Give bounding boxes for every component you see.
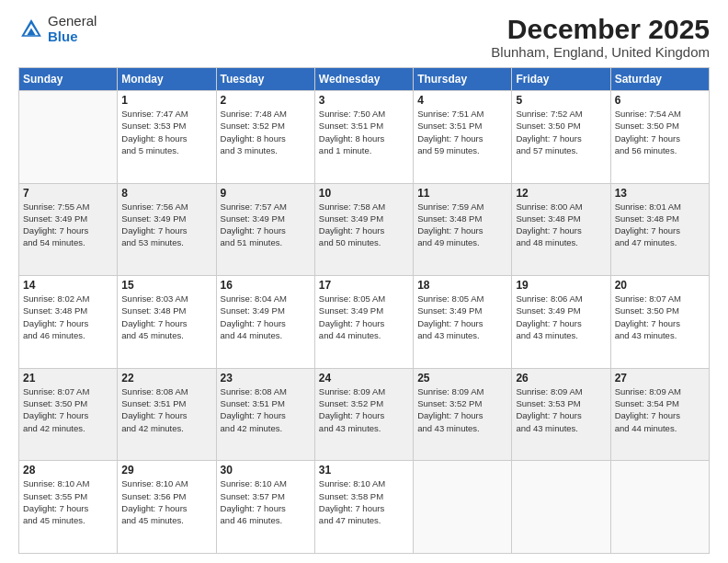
day-number: 3 — [319, 94, 409, 107]
day-info: Sunrise: 8:09 AM Sunset: 3:52 PM Dayligh… — [417, 385, 507, 434]
day-number: 12 — [516, 187, 606, 200]
table-row: 20Sunrise: 8:07 AM Sunset: 3:50 PM Dayli… — [610, 276, 709, 369]
day-info: Sunrise: 7:56 AM Sunset: 3:49 PM Dayligh… — [121, 201, 211, 249]
calendar-row: 7Sunrise: 7:55 AM Sunset: 3:49 PM Daylig… — [19, 183, 710, 276]
day-number: 5 — [516, 94, 606, 107]
day-number: 30 — [221, 464, 311, 477]
col-monday: Monday — [118, 68, 216, 91]
logo-icon — [18, 17, 44, 42]
day-number: 7 — [23, 187, 113, 200]
day-info: Sunrise: 8:09 AM Sunset: 3:52 PM Dayligh… — [319, 385, 409, 434]
day-info: Sunrise: 8:08 AM Sunset: 3:51 PM Dayligh… — [121, 385, 211, 434]
calendar-table: Sunday Monday Tuesday Wednesday Thursday… — [18, 67, 710, 554]
location: Blunham, England, United Kingdom — [491, 44, 710, 60]
day-number: 27 — [615, 372, 705, 385]
day-info: Sunrise: 8:08 AM Sunset: 3:51 PM Dayligh… — [221, 385, 311, 434]
title-block: December 2025 Blunham, England, United K… — [491, 14, 710, 60]
table-row: 10Sunrise: 7:58 AM Sunset: 3:49 PM Dayli… — [314, 183, 413, 276]
day-number: 18 — [417, 279, 507, 292]
day-number: 20 — [615, 279, 705, 292]
table-row: 25Sunrise: 8:09 AM Sunset: 3:52 PM Dayli… — [414, 368, 512, 461]
day-number: 23 — [221, 372, 311, 385]
calendar-row: 28Sunrise: 8:10 AM Sunset: 3:55 PM Dayli… — [19, 461, 710, 554]
day-number: 25 — [417, 372, 507, 385]
table-row: 15Sunrise: 8:03 AM Sunset: 3:48 PM Dayli… — [118, 276, 216, 369]
col-wednesday: Wednesday — [314, 68, 413, 91]
table-row: 11Sunrise: 7:59 AM Sunset: 3:48 PM Dayli… — [414, 183, 512, 276]
day-number: 21 — [23, 372, 113, 385]
col-friday: Friday — [512, 68, 610, 91]
table-row: 12Sunrise: 8:00 AM Sunset: 3:48 PM Dayli… — [512, 183, 610, 276]
day-info: Sunrise: 7:55 AM Sunset: 3:49 PM Dayligh… — [23, 201, 113, 249]
day-number: 11 — [417, 187, 507, 200]
day-info: Sunrise: 7:50 AM Sunset: 3:51 PM Dayligh… — [319, 108, 409, 156]
day-number: 8 — [121, 187, 211, 200]
table-row: 27Sunrise: 8:09 AM Sunset: 3:54 PM Dayli… — [610, 368, 709, 461]
day-info: Sunrise: 7:57 AM Sunset: 3:49 PM Dayligh… — [221, 201, 311, 249]
day-info: Sunrise: 8:09 AM Sunset: 3:54 PM Dayligh… — [615, 385, 705, 434]
day-info: Sunrise: 8:10 AM Sunset: 3:58 PM Dayligh… — [319, 477, 409, 526]
day-info: Sunrise: 7:47 AM Sunset: 3:53 PM Dayligh… — [121, 108, 211, 156]
day-number: 28 — [23, 464, 113, 477]
day-number: 1 — [121, 94, 211, 107]
table-row: 31Sunrise: 8:10 AM Sunset: 3:58 PM Dayli… — [314, 461, 413, 554]
day-info: Sunrise: 7:59 AM Sunset: 3:48 PM Dayligh… — [417, 201, 507, 249]
day-info: Sunrise: 8:05 AM Sunset: 3:49 PM Dayligh… — [319, 293, 409, 341]
day-info: Sunrise: 8:07 AM Sunset: 3:50 PM Dayligh… — [23, 385, 113, 434]
day-info: Sunrise: 8:05 AM Sunset: 3:49 PM Dayligh… — [417, 293, 507, 341]
table-row: 3Sunrise: 7:50 AM Sunset: 3:51 PM Daylig… — [314, 91, 413, 184]
day-number: 19 — [516, 279, 606, 292]
day-number: 4 — [417, 94, 507, 107]
col-tuesday: Tuesday — [216, 68, 314, 91]
col-sunday: Sunday — [19, 68, 118, 91]
table-row: 4Sunrise: 7:51 AM Sunset: 3:51 PM Daylig… — [414, 91, 512, 184]
day-info: Sunrise: 8:01 AM Sunset: 3:48 PM Dayligh… — [615, 201, 705, 249]
day-info: Sunrise: 8:07 AM Sunset: 3:50 PM Dayligh… — [615, 293, 705, 341]
day-number: 29 — [121, 464, 211, 477]
logo-text: General Blue — [48, 14, 97, 44]
table-row: 23Sunrise: 8:08 AM Sunset: 3:51 PM Dayli… — [216, 368, 314, 461]
table-row: 28Sunrise: 8:10 AM Sunset: 3:55 PM Dayli… — [19, 461, 118, 554]
table-row: 6Sunrise: 7:54 AM Sunset: 3:50 PM Daylig… — [610, 91, 709, 184]
day-info: Sunrise: 8:06 AM Sunset: 3:49 PM Dayligh… — [516, 293, 606, 341]
table-row: 30Sunrise: 8:10 AM Sunset: 3:57 PM Dayli… — [216, 461, 314, 554]
day-info: Sunrise: 7:52 AM Sunset: 3:50 PM Dayligh… — [516, 108, 606, 156]
table-row: 14Sunrise: 8:02 AM Sunset: 3:48 PM Dayli… — [19, 276, 118, 369]
day-number: 9 — [221, 187, 311, 200]
day-info: Sunrise: 8:03 AM Sunset: 3:48 PM Dayligh… — [121, 293, 211, 341]
day-info: Sunrise: 8:04 AM Sunset: 3:49 PM Dayligh… — [221, 293, 311, 341]
day-info: Sunrise: 7:48 AM Sunset: 3:52 PM Dayligh… — [221, 108, 311, 156]
day-number: 26 — [516, 372, 606, 385]
table-row — [512, 461, 610, 554]
day-info: Sunrise: 7:51 AM Sunset: 3:51 PM Dayligh… — [417, 108, 507, 156]
day-number: 16 — [221, 279, 311, 292]
logo-general-label: General — [48, 14, 97, 29]
day-number: 10 — [319, 187, 409, 200]
day-info: Sunrise: 8:00 AM Sunset: 3:48 PM Dayligh… — [516, 201, 606, 249]
day-number: 15 — [121, 279, 211, 292]
table-row: 13Sunrise: 8:01 AM Sunset: 3:48 PM Dayli… — [610, 183, 709, 276]
logo: General Blue — [18, 14, 97, 44]
header: General Blue December 2025 Blunham, Engl… — [18, 14, 710, 60]
table-row: 1Sunrise: 7:47 AM Sunset: 3:53 PM Daylig… — [118, 91, 216, 184]
day-number: 31 — [319, 464, 409, 477]
day-info: Sunrise: 8:10 AM Sunset: 3:55 PM Dayligh… — [23, 477, 113, 526]
day-number: 17 — [319, 279, 409, 292]
table-row — [414, 461, 512, 554]
table-row: 17Sunrise: 8:05 AM Sunset: 3:49 PM Dayli… — [314, 276, 413, 369]
table-row: 19Sunrise: 8:06 AM Sunset: 3:49 PM Dayli… — [512, 276, 610, 369]
page: General Blue December 2025 Blunham, Engl… — [0, 0, 728, 563]
month-title: December 2025 — [491, 14, 710, 44]
day-number: 22 — [121, 372, 211, 385]
table-row: 24Sunrise: 8:09 AM Sunset: 3:52 PM Dayli… — [314, 368, 413, 461]
table-row: 7Sunrise: 7:55 AM Sunset: 3:49 PM Daylig… — [19, 183, 118, 276]
table-row: 26Sunrise: 8:09 AM Sunset: 3:53 PM Dayli… — [512, 368, 610, 461]
day-number: 6 — [615, 94, 705, 107]
day-number: 2 — [221, 94, 311, 107]
day-info: Sunrise: 8:10 AM Sunset: 3:56 PM Dayligh… — [121, 477, 211, 526]
table-row: 9Sunrise: 7:57 AM Sunset: 3:49 PM Daylig… — [216, 183, 314, 276]
day-number: 24 — [319, 372, 409, 385]
col-thursday: Thursday — [414, 68, 512, 91]
calendar-row: 1Sunrise: 7:47 AM Sunset: 3:53 PM Daylig… — [19, 91, 710, 184]
table-row: 18Sunrise: 8:05 AM Sunset: 3:49 PM Dayli… — [414, 276, 512, 369]
